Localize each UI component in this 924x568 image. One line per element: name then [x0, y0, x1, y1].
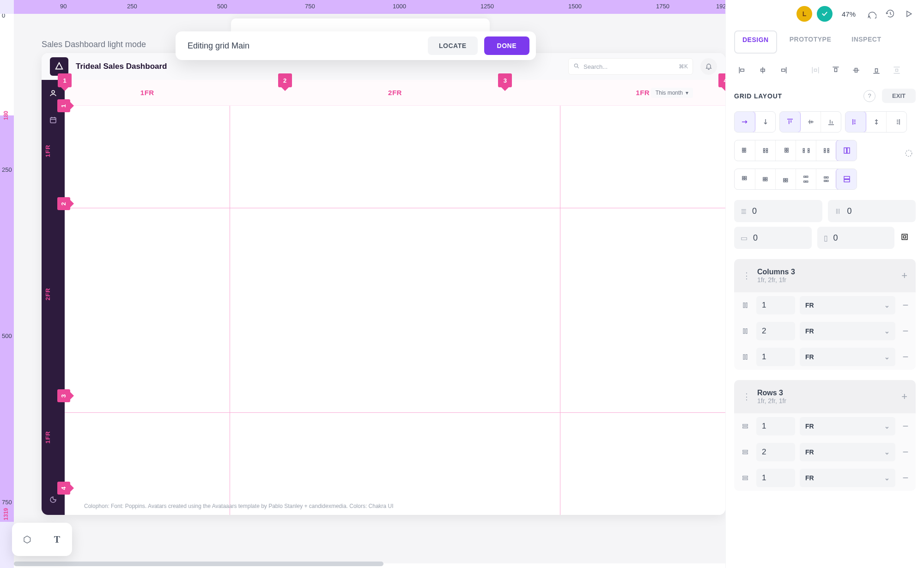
ac-row-around-icon[interactable]	[816, 169, 836, 189]
flow-row-icon[interactable]	[735, 112, 755, 132]
grid-cells[interactable]	[65, 106, 725, 515]
svg-rect-13	[784, 151, 786, 152]
row-marker[interactable]: 2	[57, 197, 70, 210]
reset-alignment-icon[interactable]	[902, 149, 916, 158]
help-icon[interactable]: ?	[863, 90, 875, 102]
distribute-v-icon[interactable]	[890, 66, 903, 75]
drag-handle-icon[interactable]: ⋮	[742, 392, 751, 402]
add-column-button[interactable]: +	[901, 270, 907, 282]
ac-col-end-icon[interactable]	[775, 140, 796, 161]
shape-tool-icon[interactable]: ⬡	[19, 531, 36, 548]
track-value-input[interactable]: 1	[756, 296, 795, 314]
col-gap-input[interactable]: ⫼ 0	[828, 200, 916, 222]
align-vcenter-icon[interactable]	[850, 66, 863, 75]
frame-label[interactable]: Sales Dashboard light mode	[42, 40, 146, 49]
remove-track-button[interactable]: −	[900, 420, 911, 432]
justify-center-icon[interactable]	[866, 112, 886, 132]
search-input[interactable]: Search... ⌘K	[568, 58, 693, 75]
align-items-center-icon[interactable]	[800, 112, 821, 132]
ruler-corner	[0, 0, 14, 14]
text-tool-icon[interactable]: T	[49, 531, 66, 548]
ac-row-start-icon[interactable]	[735, 169, 755, 189]
ac-col-around-icon[interactable]	[816, 140, 836, 161]
play-icon[interactable]	[902, 7, 916, 21]
locate-button[interactable]: LOCATE	[428, 36, 478, 55]
tab-design[interactable]: DESIGN	[734, 30, 777, 54]
svg-rect-42	[824, 177, 826, 178]
track-value-input[interactable]: 1	[756, 469, 795, 487]
svg-point-0	[574, 64, 578, 67]
sidebar-theme-icon[interactable]	[48, 495, 58, 505]
track-unit-select[interactable]: FR⌄	[800, 469, 895, 487]
col-marker[interactable]: 4	[718, 73, 725, 87]
tab-prototype[interactable]: PROTOTYPE	[782, 30, 839, 54]
sync-status-icon[interactable]	[817, 6, 833, 22]
remove-track-button[interactable]: −	[900, 351, 911, 363]
flow-col-icon[interactable]	[755, 112, 775, 132]
ac-col-stretch-icon[interactable]	[836, 140, 857, 161]
track-unit-select[interactable]: FR⌄	[800, 322, 895, 340]
align-items-start-icon[interactable]	[780, 112, 800, 132]
sidebar-calendar-icon[interactable]	[48, 115, 58, 125]
comments-icon[interactable]	[865, 7, 879, 21]
canvas-scrollbar[interactable]	[14, 562, 383, 566]
row-gap-input[interactable]: ≣ 0	[734, 200, 822, 222]
track-unit-select[interactable]: FR⌄	[800, 443, 895, 461]
ac-col-center-icon[interactable]	[755, 140, 775, 161]
expand-padding-icon[interactable]	[900, 232, 916, 243]
align-hcenter-icon[interactable]	[756, 66, 769, 75]
canvas[interactable]: Sales Dashboard light mode Trideal Sales…	[14, 14, 725, 563]
search-icon	[573, 63, 580, 71]
add-row-button[interactable]: +	[901, 391, 907, 403]
padding-v-input[interactable]: ▭ 0	[734, 227, 812, 249]
svg-rect-45	[827, 180, 828, 181]
ruler-h-tick: 1000	[393, 3, 406, 10]
distribute-h-icon[interactable]	[809, 66, 822, 75]
justify-start-icon[interactable]	[845, 112, 866, 132]
zoom-level[interactable]: 47%	[842, 10, 856, 18]
row-marker[interactable]: 4	[57, 482, 70, 495]
ruler-vertical[interactable]: 0 180 250 500 750 1319	[0, 14, 14, 568]
tab-inspect[interactable]: INSPECT	[844, 30, 889, 54]
svg-rect-52	[743, 329, 745, 334]
col-marker[interactable]: 1	[58, 73, 72, 87]
grid-area[interactable]: 1 2 3 4 1FR 2FR 1FR This month ▾ 1 1FR 2	[65, 80, 725, 515]
exit-button[interactable]: EXIT	[882, 89, 916, 103]
ac-row-stretch-icon[interactable]	[836, 169, 857, 189]
month-dropdown[interactable]: This month ▾	[651, 88, 693, 98]
remove-track-button[interactable]: −	[900, 446, 911, 458]
track-unit-select[interactable]: FR⌄	[800, 417, 895, 435]
track-value-input[interactable]: 1	[756, 417, 795, 435]
track-value-input[interactable]: 1	[756, 348, 795, 366]
ac-row-between-icon[interactable]	[796, 169, 816, 189]
align-items-end-icon[interactable]	[821, 112, 841, 132]
ac-row-center-icon[interactable]	[755, 169, 775, 189]
track-value-input[interactable]: 2	[756, 443, 795, 461]
col-marker[interactable]: 2	[278, 73, 292, 87]
align-top-icon[interactable]	[829, 66, 842, 75]
align-bottom-icon[interactable]	[870, 66, 883, 75]
remove-track-button[interactable]: −	[900, 325, 911, 337]
ac-col-between-icon[interactable]	[796, 140, 816, 161]
align-left-icon[interactable]	[736, 66, 749, 75]
user-avatar[interactable]: L	[796, 6, 812, 22]
remove-track-button[interactable]: −	[900, 299, 911, 311]
history-icon[interactable]	[883, 7, 897, 21]
svg-rect-53	[746, 329, 747, 334]
drag-handle-icon[interactable]: ⋮	[742, 271, 751, 281]
row-marker[interactable]: 1	[57, 99, 70, 112]
align-right-icon[interactable]	[777, 66, 790, 75]
notifications-button[interactable]	[700, 58, 717, 75]
done-button[interactable]: DONE	[484, 36, 529, 55]
ac-row-end-icon[interactable]	[775, 169, 796, 189]
row-marker[interactable]: 3	[57, 389, 70, 402]
ac-col-start-icon[interactable]	[735, 140, 755, 161]
track-unit-select[interactable]: FR⌄	[800, 296, 895, 314]
col-marker[interactable]: 3	[498, 73, 512, 87]
justify-end-icon[interactable]	[886, 112, 906, 132]
padding-h-input[interactable]: ▯ 0	[817, 227, 895, 249]
track-unit-select[interactable]: FR⌄	[800, 348, 895, 366]
track-value-input[interactable]: 2	[756, 322, 795, 340]
sidebar-people-icon[interactable]	[48, 88, 58, 98]
remove-track-button[interactable]: −	[900, 472, 911, 484]
